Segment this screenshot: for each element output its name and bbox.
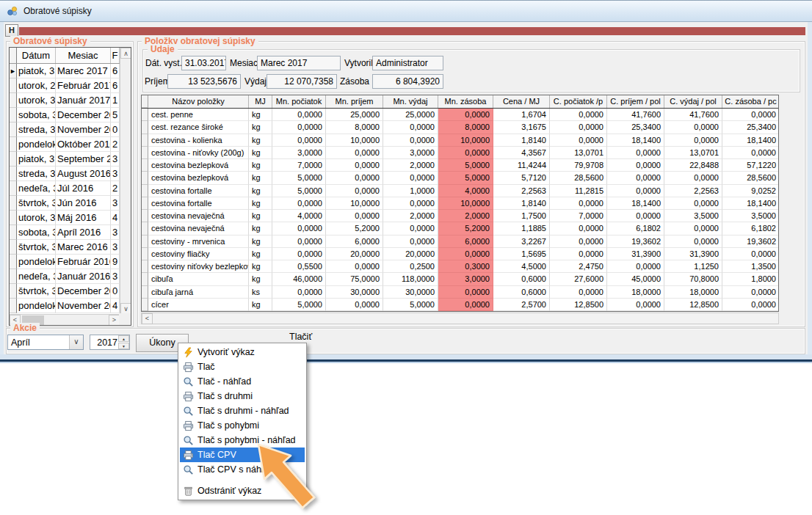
table-row[interactable]: cest. rezance širokékg0,00008,00000,0000… bbox=[142, 121, 778, 134]
date-row[interactable]: pondelok,Október 20162 bbox=[10, 137, 120, 152]
chevron-down-icon[interactable]: ∨ bbox=[69, 335, 83, 349]
date-row[interactable]: sobota, 3Apríl 20163 bbox=[10, 225, 120, 240]
row-marker bbox=[142, 248, 148, 260]
date-row[interactable]: pondelok,November 20154 bbox=[10, 299, 120, 313]
date-row[interactable]: utorok, 3Máj 20164 bbox=[10, 211, 120, 225]
table-cell: 2,0000 bbox=[383, 210, 438, 222]
table-row[interactable]: cibuľa jarnáks0,000030,000030,00000,0000… bbox=[142, 286, 778, 299]
column-header[interactable]: Názov položky bbox=[148, 95, 249, 108]
table-row[interactable]: cestoviny - mrvenicakg0,00006,00000,0000… bbox=[142, 235, 778, 248]
menu-item-tlac-s-pohybmi-nahlad[interactable]: Tlač s pohybmi - náhľad bbox=[180, 433, 305, 448]
menu-item-tlac[interactable]: Tlač bbox=[180, 359, 305, 374]
spin-up-icon[interactable]: ▲ bbox=[118, 335, 129, 342]
month-combobox[interactable]: Apríl ∨ bbox=[7, 335, 84, 350]
table-cell: 5,0000 bbox=[272, 299, 326, 311]
f-cell: 2 bbox=[111, 181, 120, 196]
date-row[interactable]: štvrtok, 3December 20150 bbox=[10, 284, 120, 299]
date-row[interactable]: sobota, 3December 20165 bbox=[10, 108, 120, 123]
tlacit-button[interactable]: Tlačiť bbox=[289, 332, 312, 342]
year-stepper[interactable]: 2017 ▲ ▼ bbox=[90, 335, 130, 350]
menu-item-tlac-s-druhmi[interactable]: Tlač s druhmi bbox=[180, 389, 305, 403]
table-cell: 22,8488 bbox=[664, 159, 722, 172]
date-row[interactable]: ►piatok, 3Marec 20176 bbox=[10, 64, 120, 78]
year-value[interactable]: 2017 bbox=[90, 336, 117, 349]
column-header[interactable]: Dátum bbox=[17, 48, 56, 63]
h-button[interactable]: H bbox=[5, 24, 18, 37]
date-row[interactable]: štvrtok, 3Marec 20163 bbox=[10, 240, 120, 255]
menu-item-tlac-s-druhmi-nahlad[interactable]: Tlač s druhmi - náhľad bbox=[180, 403, 305, 418]
table-cell: 6,0000 bbox=[438, 235, 493, 248]
column-header[interactable]: Mesiac bbox=[56, 48, 111, 63]
date-row[interactable]: utorok, 3Január 20171 bbox=[10, 93, 120, 108]
table-cell: 28,5600 bbox=[722, 172, 779, 184]
dates-group-label: Obratové súpisky bbox=[10, 36, 90, 46]
dates-vertical-scrollbar[interactable]: ∧ ∨ bbox=[120, 48, 131, 314]
table-row[interactable]: cibuľakg46,000075,0000118,00003,00000,60… bbox=[142, 273, 778, 285]
table-row[interactable]: cestovina nevaječnákg0,00005,20000,00005… bbox=[142, 222, 778, 235]
items-grid: Názov položkyMJMn. počiatokMn. príjemMn.… bbox=[141, 95, 779, 312]
date-row[interactable]: pondelok,Február 20169 bbox=[10, 255, 120, 269]
scroll-down-icon[interactable]: ∨ bbox=[120, 303, 131, 314]
f-cell: 0 bbox=[111, 284, 120, 299]
menu-item-tlac-s-pohybmi[interactable]: Tlač s pohybmi bbox=[180, 418, 305, 433]
table-cell: 0,2500 bbox=[383, 260, 438, 273]
scroll-up-icon[interactable]: ∧ bbox=[120, 48, 131, 59]
table-row[interactable]: cestovina fortallekg5,00000,00001,00004,… bbox=[142, 185, 778, 197]
menu-item-tlac-nahlad[interactable]: Tlač - náhľad bbox=[180, 374, 305, 389]
date-cell: piatok, 3 bbox=[17, 64, 56, 78]
date-cell: streda, 3 bbox=[17, 123, 56, 137]
column-header[interactable]: Cena / MJ bbox=[493, 95, 550, 108]
items-horizontal-scrollbar[interactable]: < bbox=[141, 313, 779, 324]
spin-down-icon[interactable]: ▼ bbox=[118, 343, 129, 349]
table-row[interactable]: cestoviny fliačkykg0,000020,000020,00000… bbox=[142, 248, 778, 260]
column-header[interactable]: Mn. príjem bbox=[326, 95, 383, 108]
column-header[interactable]: Mn. výdaj bbox=[383, 95, 438, 108]
date-row[interactable]: streda, 3November 20160 bbox=[10, 123, 120, 137]
table-row[interactable]: cestovina - kolienkakg0,000010,00000,000… bbox=[142, 134, 778, 147]
table-row[interactable]: cest. pennekg0,000025,000025,00000,00001… bbox=[142, 109, 778, 121]
table-row[interactable]: cestovina nevaječnákg4,00000,00002,00002… bbox=[142, 210, 778, 222]
row-marker bbox=[142, 134, 148, 147]
date-row[interactable]: streda, 3August 20163 bbox=[10, 167, 120, 181]
column-header[interactable]: C. výdaj / pol bbox=[664, 95, 722, 108]
table-cell: 0,0000 bbox=[326, 210, 383, 222]
column-header[interactable]: C. zásoba / pc bbox=[722, 95, 779, 108]
window-border-bottom bbox=[0, 354, 812, 359]
table-cell: kg bbox=[249, 222, 272, 235]
scroll-right-icon[interactable]: > bbox=[109, 315, 120, 326]
column-header[interactable]: C. počiatok /p bbox=[550, 95, 607, 108]
table-row[interactable]: cestovina bezlepkovákg5,00000,00000,0000… bbox=[142, 172, 778, 184]
table-cell: 30,0000 bbox=[383, 286, 438, 299]
table-cell: 7,0000 bbox=[272, 159, 326, 172]
table-row[interactable]: cestovina fortallekg0,000010,00000,00001… bbox=[142, 197, 778, 210]
table-row[interactable]: cestovina - niťovky (200g)kg3,00000,0000… bbox=[142, 147, 778, 159]
column-header[interactable]: Mn. počiatok bbox=[272, 95, 326, 108]
month-cell: Apríl 2016 bbox=[56, 225, 111, 240]
column-header[interactable]: Mn. zásoba bbox=[438, 95, 493, 108]
scroll-left-icon[interactable]: < bbox=[142, 313, 153, 324]
month-combobox-value[interactable]: Apríl bbox=[11, 336, 30, 349]
table-row[interactable]: cestoviny niťovky bezlepkovékg0,55000,00… bbox=[142, 260, 778, 273]
menu-separator bbox=[182, 480, 302, 481]
menu-item-label: Tlač bbox=[197, 362, 215, 372]
menu-item-tlac-cpv-s-nahladom[interactable]: Tlač CPV s náhľadom bbox=[180, 462, 305, 477]
table-row[interactable]: cestovina bezlepkovákg7,00000,00002,0000… bbox=[142, 159, 778, 172]
table-cell: 3,0000 bbox=[272, 147, 326, 159]
window-border-right bbox=[808, 22, 812, 354]
column-header[interactable]: C. príjem / pol bbox=[607, 95, 664, 108]
date-row[interactable]: piatok, 3September 20163 bbox=[10, 152, 120, 167]
date-row[interactable]: nedeľa, 3Január 20163 bbox=[10, 269, 120, 284]
date-row[interactable]: štvrtok, 3Jún 20163 bbox=[10, 196, 120, 211]
menu-item-vytvorit-vykaz[interactable]: Vytvoriť výkaz bbox=[180, 345, 305, 359]
table-cell: 0,0000 bbox=[607, 299, 664, 311]
menu-item-odstranit-vykaz[interactable]: Odstrániť výkaz bbox=[180, 483, 305, 498]
menu-item-label: Tlač CPV bbox=[197, 450, 236, 460]
menu-item-tlac-cpv[interactable]: Tlač CPV bbox=[180, 448, 305, 462]
date-row[interactable]: nedeľa, 3Júl 20162 bbox=[10, 181, 120, 196]
date-row[interactable]: utorok, 2Február 20176 bbox=[10, 78, 120, 93]
table-cell: 5,7120 bbox=[493, 172, 550, 184]
table-cell: 4,0000 bbox=[438, 185, 493, 197]
column-header[interactable]: MJ bbox=[249, 95, 272, 108]
column-header[interactable]: F bbox=[111, 48, 120, 63]
table-row[interactable]: cícerkg5,00000,00005,00000,00002,570012,… bbox=[142, 299, 778, 311]
